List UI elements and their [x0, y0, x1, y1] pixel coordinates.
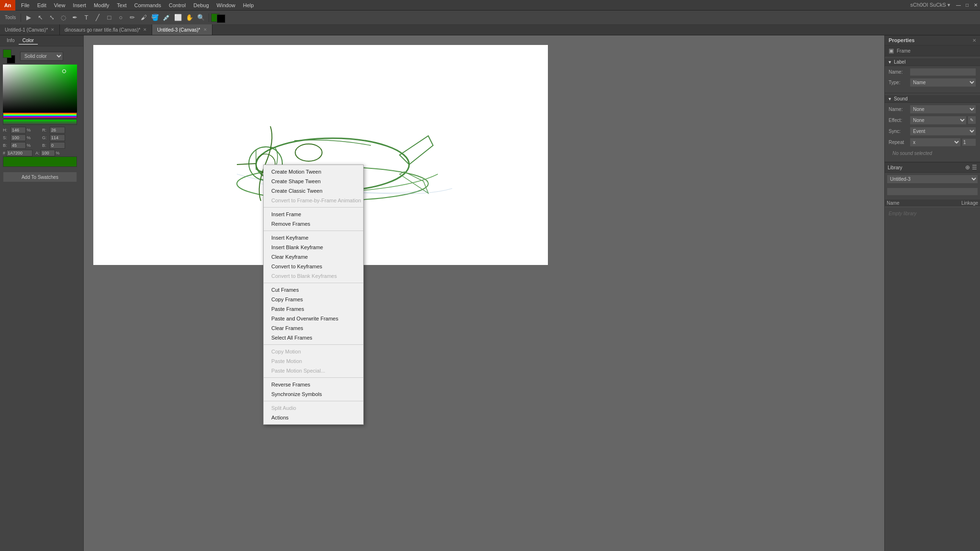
lib-props-button[interactable]: ☰: [972, 164, 977, 171]
select-tool[interactable]: ▶: [23, 12, 34, 23]
hand-tool[interactable]: ✋: [184, 12, 195, 23]
tab-dinosaurs[interactable]: dinosaurs go rawr title.fla (Canvas)* ✕: [60, 24, 152, 35]
type-select[interactable]: Name: [910, 78, 976, 87]
maximize-button[interactable]: □: [963, 1, 971, 10]
text-tool[interactable]: T: [80, 12, 92, 23]
menu-file[interactable]: File: [17, 1, 33, 9]
paint-bucket[interactable]: 🪣: [149, 12, 161, 23]
s-input[interactable]: [11, 134, 26, 141]
lasso-tool[interactable]: ◌: [57, 12, 69, 23]
minimize-button[interactable]: —: [954, 1, 963, 10]
label-section-body: Name: Type: Name: [885, 66, 980, 91]
library-table-header: Name Linkage: [885, 199, 980, 207]
close-tab-1[interactable]: ✕: [143, 27, 147, 32]
cm-insert-blank-keyframe[interactable]: Insert Blank Keyframe: [264, 242, 363, 252]
menu-view[interactable]: View: [50, 1, 69, 9]
hex-row: # A: %: [3, 150, 80, 156]
lib-col-name: Name: [887, 200, 949, 206]
sync-controls: Event: [910, 127, 976, 136]
effect-edit-button[interactable]: ✎: [968, 116, 976, 124]
cm-create-classic-tween[interactable]: Create Classic Tween: [264, 186, 363, 196]
sync-select[interactable]: Event: [910, 127, 976, 136]
close-button[interactable]: ✕: [971, 1, 980, 10]
cm-actions[interactable]: Actions: [264, 413, 363, 422]
free-transform-tool[interactable]: ⤡: [46, 12, 57, 23]
repeat-count-input[interactable]: [962, 138, 976, 146]
alpha-slider[interactable]: [3, 119, 77, 125]
close-tab-2[interactable]: ✕: [203, 27, 207, 32]
cm-select-all-frames[interactable]: Select All Frames: [264, 333, 363, 342]
b-input-rgb[interactable]: [50, 142, 65, 149]
repeat-select[interactable]: x: [910, 138, 961, 147]
hue-slider[interactable]: [3, 112, 77, 118]
a-input[interactable]: [41, 150, 55, 156]
fill-color-box[interactable]: [3, 49, 11, 58]
cm-insert-keyframe[interactable]: Insert Keyframe: [264, 233, 363, 242]
sound-section-header[interactable]: ▼ Sound: [885, 95, 980, 103]
subselect-tool[interactable]: ↖: [34, 12, 46, 23]
cm-synchronize-symbols[interactable]: Synchronize Symbols: [264, 389, 363, 399]
cm-paste-frames[interactable]: Paste Frames: [264, 304, 363, 314]
zoom-tool[interactable]: 🔍: [195, 12, 207, 23]
cm-cut-frames[interactable]: Cut Frames: [264, 285, 363, 295]
oval-tool[interactable]: ○: [115, 12, 126, 23]
tab-untitled1[interactable]: Untitled-1 (Canvas)* ✕: [0, 24, 60, 35]
menu-control[interactable]: Control: [165, 1, 189, 9]
r-input[interactable]: [50, 127, 65, 133]
b-input-hsb[interactable]: [11, 142, 26, 149]
add-swatch-button[interactable]: Add To Swatches: [3, 172, 77, 182]
menu-commands[interactable]: Commands: [130, 1, 165, 9]
cm-create-motion-tween[interactable]: Create Motion Tween: [264, 167, 363, 176]
hex-input[interactable]: [6, 150, 33, 156]
menu-help[interactable]: Help: [239, 1, 258, 9]
cm-sep6: [264, 401, 363, 401]
eraser-tool[interactable]: ⬜: [172, 12, 184, 23]
library-title: Library: [888, 165, 902, 170]
effect-select[interactable]: None: [910, 116, 967, 125]
menu-bar: An File Edit View Insert Modify Text Com…: [0, 0, 980, 11]
menu-debug[interactable]: Debug: [189, 1, 212, 9]
brush-tool[interactable]: 🖌: [138, 12, 149, 23]
repeat-row: Repeat x: [889, 138, 976, 147]
cm-copy-frames[interactable]: Copy Frames: [264, 295, 363, 304]
menu-insert[interactable]: Insert: [69, 1, 90, 9]
fill-type-dropdown[interactable]: Solid color: [20, 52, 63, 61]
lib-new-button[interactable]: ⊕: [965, 164, 970, 171]
cm-create-shape-tween[interactable]: Create Shape Tween: [264, 176, 363, 186]
cm-reverse-frames[interactable]: Reverse Frames: [264, 380, 363, 389]
stroke-color-swatch[interactable]: [217, 14, 225, 23]
pencil-tool[interactable]: ✏: [126, 12, 138, 23]
cm-paste-motion-special: Paste Motion Special...: [264, 366, 363, 375]
cm-clear-frames[interactable]: Clear Frames: [264, 323, 363, 333]
close-tab-0[interactable]: ✕: [51, 27, 55, 32]
label-section-header[interactable]: ▼ Label: [885, 58, 980, 66]
line-tool[interactable]: ╱: [92, 12, 103, 23]
lib-col-link: Linkage: [949, 200, 978, 206]
menu-modify[interactable]: Modify: [90, 1, 113, 9]
cm-paste-overwrite-frames[interactable]: Paste and Overwrite Frames: [264, 314, 363, 323]
info-tab[interactable]: Info: [3, 37, 19, 44]
cm-convert-keyframes[interactable]: Convert to Keyframes: [264, 262, 363, 271]
canvas-area[interactable]: Create Motion Tween Create Shape Tween C…: [84, 35, 884, 551]
svg-point-4: [295, 144, 322, 161]
pen-tool[interactable]: ✒: [69, 12, 80, 23]
no-sound-text: No sound selected: [889, 149, 976, 158]
cm-insert-frame[interactable]: Insert Frame: [264, 209, 363, 219]
sound-name-select[interactable]: None: [910, 105, 976, 114]
cm-clear-keyframe[interactable]: Clear Keyframe: [264, 252, 363, 262]
properties-close[interactable]: ✕: [972, 38, 976, 43]
library-search[interactable]: [887, 187, 978, 196]
menu-window[interactable]: Window: [213, 1, 239, 9]
tab-untitled3[interactable]: Untitled-3 (Canvas)* ✕: [152, 24, 212, 35]
menu-edit[interactable]: Edit: [33, 1, 50, 9]
eyedropper-tool[interactable]: 💉: [161, 12, 172, 23]
cm-remove-frames[interactable]: Remove Frames: [264, 219, 363, 229]
rect-tool[interactable]: □: [103, 12, 115, 23]
g-input[interactable]: [50, 134, 65, 141]
menu-text[interactable]: Text: [113, 1, 130, 9]
color-tab[interactable]: Color: [19, 37, 38, 44]
h-input[interactable]: [11, 127, 26, 133]
library-dropdown[interactable]: Untitled-3: [887, 175, 978, 184]
name-input[interactable]: [910, 68, 976, 76]
color-gradient-picker[interactable]: [3, 65, 77, 112]
